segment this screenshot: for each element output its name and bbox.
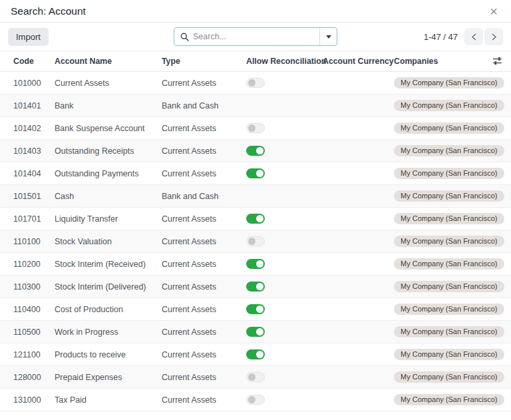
company-badge: My Company (San Francisco) [394,145,504,156]
cell-code: 101404 [0,162,55,185]
cell-account-currency [323,95,394,117]
company-badge: My Company (San Francisco) [394,168,504,179]
cell-type: Current Assets [162,366,246,389]
cell-allow-reconciliation [246,162,323,185]
cell-code: 101000 [0,72,55,95]
table-row[interactable]: 110500 Work in Progress Current Assets M… [0,321,511,343]
column-header-account-currency[interactable]: Account Currency [323,51,394,72]
table-row[interactable]: 110400 Cost of Production Current Assets… [0,298,511,321]
dialog-footer: New Close [0,411,511,420]
table-row[interactable]: 101404 Outstanding Payments Current Asse… [0,162,511,185]
pager-previous-button[interactable] [464,28,483,45]
column-header-account-name[interactable]: Account Name [55,51,162,72]
cell-companies: My Company (San Francisco) [394,95,488,117]
cell-code: 121100 [0,343,55,366]
import-button[interactable]: Import [8,28,49,46]
cell-allow-reconciliation [246,366,323,389]
cell-allow-reconciliation [246,117,323,140]
reconciliation-toggle[interactable] [246,282,265,292]
reconciliation-toggle[interactable] [246,123,265,133]
table-row[interactable]: 101701 Liquidity Transfer Current Assets… [0,208,511,230]
company-badge: My Company (San Francisco) [394,77,504,89]
table-row[interactable]: 101501 Cash Bank and Cash My Company (Sa… [0,185,511,208]
search-box [174,27,337,46]
cell-allow-reconciliation [246,389,323,411]
cell-account-currency [323,389,394,411]
cell-account-name: Bank Suspense Account [55,117,162,140]
search-input[interactable] [193,32,319,41]
cell-code: 101401 [0,95,55,117]
cell-account-name: Products to receive [55,343,162,366]
reconciliation-toggle[interactable] [246,146,265,156]
table-body: 101000 Current Assets Current Assets My … [0,72,511,411]
reconciliation-toggle[interactable] [246,214,265,224]
table-row[interactable]: 101000 Current Assets Current Assets My … [0,72,511,95]
table-row[interactable]: 110200 Stock Interim (Received) Current … [0,253,511,276]
column-header-code[interactable]: Code [0,51,55,72]
cell-account-currency [323,208,394,230]
reconciliation-toggle[interactable] [246,259,265,269]
company-badge: My Company (San Francisco) [394,349,504,360]
table-row[interactable]: 101401 Bank Bank and Cash My Company (Sa… [0,95,511,117]
cell-account-name: Outstanding Payments [55,162,162,185]
table-row[interactable]: 110100 Stock Valuation Current Assets My… [0,230,511,253]
cell-companies: My Company (San Francisco) [394,321,488,343]
close-icon[interactable]: × [487,3,500,19]
cell-account-currency [323,321,394,343]
reconciliation-toggle[interactable] [246,372,265,382]
toggle-knob [248,373,256,381]
cell-type: Bank and Cash [162,185,246,208]
cell-account-name: Cash [55,185,162,208]
cell-type: Current Assets [162,162,246,185]
cell-companies: My Company (San Francisco) [394,276,488,298]
company-badge: My Company (San Francisco) [394,326,504,337]
cell-account-currency [323,253,394,276]
chevron-left-icon [471,33,477,41]
cell-companies: My Company (San Francisco) [394,389,488,411]
reconciliation-toggle[interactable] [246,349,265,359]
cell-type: Current Assets [162,276,246,298]
reconciliation-toggle[interactable] [246,78,265,88]
table-row[interactable]: 121100 Products to receive Current Asset… [0,343,511,366]
reconciliation-toggle[interactable] [246,304,265,314]
company-badge: My Company (San Francisco) [394,394,504,405]
cell-account-currency [323,276,394,298]
cell-account-name: Stock Interim (Received) [55,253,162,276]
table-row[interactable]: 110300 Stock Interim (Delivered) Current… [0,276,511,298]
cell-account-currency [323,72,394,95]
table-row[interactable]: 101402 Bank Suspense Account Current Ass… [0,117,511,140]
search-dropdown-toggle[interactable] [319,28,337,45]
column-header-type[interactable]: Type [162,51,246,72]
cell-account-name: Work in Progress [55,321,162,343]
cell-allow-reconciliation [246,343,323,366]
cell-type: Current Assets [162,72,246,95]
cell-account-name: Cost of Production [55,298,162,321]
cell-companies: My Company (San Francisco) [394,366,488,389]
column-header-companies[interactable]: Companies [394,51,488,72]
cell-allow-reconciliation [246,185,323,208]
toggle-knob [256,170,263,177]
cell-allow-reconciliation [246,140,323,162]
cell-account-currency [323,230,394,253]
cell-type: Current Assets [162,208,246,230]
cell-allow-reconciliation [246,276,323,298]
table-header-row: Code Account Name Type Allow Reconciliat… [0,51,511,72]
cell-companies: My Company (San Francisco) [394,208,488,230]
search-icon [180,33,189,41]
table-row[interactable]: 128000 Prepaid Expenses Current Assets M… [0,366,511,389]
cell-code: 110400 [0,298,55,321]
column-header-allow-reconciliation[interactable]: Allow Reconciliation [246,51,323,72]
reconciliation-toggle[interactable] [246,327,265,337]
company-badge: My Company (San Francisco) [394,190,504,202]
optional-columns-icon[interactable] [491,55,504,67]
pager-next-button[interactable] [484,28,503,45]
company-badge: My Company (San Francisco) [394,236,504,247]
table-row[interactable]: 101403 Outstanding Receipts Current Asse… [0,140,511,162]
table-row[interactable]: 131000 Tax Paid Current Assets My Compan… [0,389,511,411]
toggle-knob [256,215,263,222]
cell-account-name: Tax Paid [55,389,162,411]
reconciliation-toggle[interactable] [246,395,265,405]
cell-code: 110200 [0,253,55,276]
reconciliation-toggle[interactable] [246,236,265,246]
reconciliation-toggle[interactable] [246,168,265,178]
